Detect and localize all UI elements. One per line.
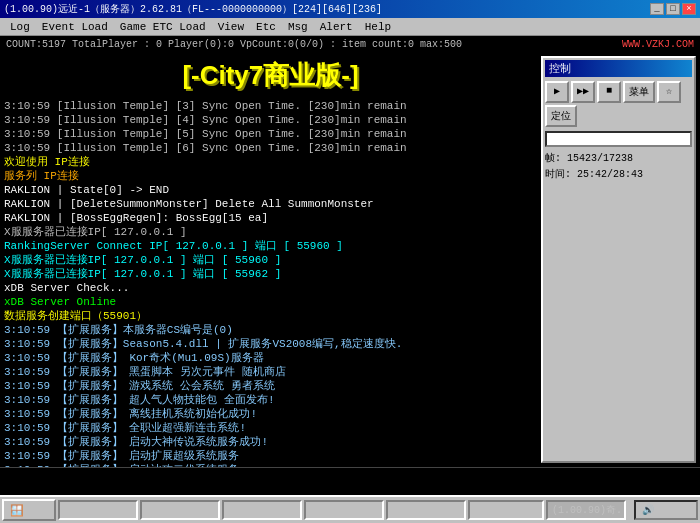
main-area: [-City7商业版-] 3:10:59 [Illusion Temple] [… <box>0 52 700 467</box>
log-panel: [-City7商业版-] 3:10:59 [Illusion Temple] [… <box>0 52 541 467</box>
log-line: RAKLION | [BossEggRegen]: BossEgg[15 ea] <box>4 211 537 225</box>
clock-time: 25:42 <box>660 505 690 516</box>
log-line: X服服务器已连接IP[ 127.0.0.1 ] 端口 [ 55960 ] <box>4 253 537 267</box>
log-line: 欢迎使用 IP连接 <box>4 155 537 169</box>
log-line: 3:10:59 【扩展服务】 Kor奇术(Mu1.09S)服务器 <box>4 351 537 365</box>
taskbar-item[interactable]: D:\MuOnline... <box>58 500 138 520</box>
log-line: 3:10:59 【扩展服务】 超人气人物技能包 全面发布! <box>4 393 537 407</box>
log-line: 3:10:59 【扩展服务】 黑蛋脚本 另次元事件 随机商店 <box>4 365 537 379</box>
log-line: 3:10:59 【扩展服务】本服务器CS编号是(0) <box>4 323 537 337</box>
control-panel: 控制 ▶ ▶▶ ■ 菜单 ☆ 定位 帧: 15423/17238 时间: 25:… <box>541 56 696 463</box>
ctrl-star[interactable]: ☆ <box>657 81 681 103</box>
log-line: 3:10:59 [Illusion Temple] [6] Sync Open … <box>4 141 537 155</box>
ctrl-ffwd[interactable]: ▶▶ <box>571 81 595 103</box>
ctrl-play[interactable]: ▶ <box>545 81 569 103</box>
control-footer: 帧: 15423/17238 时间: 25:42/28:43 <box>545 151 692 181</box>
log-line: 3:10:59 [Illusion Temple] [3] Sync Open … <box>4 99 537 113</box>
start-button[interactable]: 🪟 开始 <box>2 499 56 521</box>
time-value: 25:42/28:43 <box>577 169 643 180</box>
menu-alert[interactable]: Alert <box>314 20 359 34</box>
ctrl-locate[interactable]: 定位 <box>545 105 577 127</box>
time-label: 时间: <box>545 169 571 180</box>
status-text: COUNT:5197 TotalPlayer : 0 Player(0):0 V… <box>6 39 462 50</box>
control-time-row: 时间: 25:42/28:43 <box>545 167 692 181</box>
maximize-button[interactable]: □ <box>666 3 680 15</box>
log-line: RankingServer Connect IP[ 127.0.0.1 ] 端口… <box>4 239 537 253</box>
clock-icon: 🔊 <box>642 504 654 516</box>
bottom-section <box>0 467 700 495</box>
taskbar-item[interactable]: 奇迹Mu新数... <box>222 500 302 520</box>
log-line: X服服务器已连接IP[ 127.0.0.1 ] <box>4 225 537 239</box>
menu-etc[interactable]: Etc <box>250 20 282 34</box>
taskbar-items: D:\MuOnline...英雄说明 - ...奇迹Mu新数...Data Se… <box>58 500 632 520</box>
frame-value: 15423/17238 <box>567 153 633 164</box>
log-line: xDB Server Online <box>4 295 537 309</box>
start-label: 开始 <box>26 503 48 518</box>
status-bar: COUNT:5197 TotalPlayer : 0 Player(0):0 V… <box>0 36 700 52</box>
control-panel-title: 控制 <box>545 60 692 77</box>
menu-bar: Log Event Load Game ETC Load View Etc Ms… <box>0 18 700 36</box>
ctrl-menu[interactable]: 菜单 <box>623 81 655 103</box>
menu-log[interactable]: Log <box>4 20 36 34</box>
start-icon: 🪟 <box>10 504 24 517</box>
title-bar-buttons: _ □ × <box>650 3 696 15</box>
close-button[interactable]: × <box>682 3 696 15</box>
menu-view[interactable]: View <box>212 20 250 34</box>
log-line: 3:10:59 【扩展服务】 游戏系统 公会系统 勇者系统 <box>4 379 537 393</box>
log-line: xDB Server Check... <box>4 281 537 295</box>
title-bar: (1.00.90)远近-1（服务器）2.62.81（FL---000000000… <box>0 0 700 18</box>
log-line: 3:10:59 [Illusion Temple] [5] Sync Open … <box>4 127 537 141</box>
game-title: [-City7商业版-] <box>4 58 537 93</box>
control-buttons: ▶ ▶▶ ■ 菜单 ☆ 定位 <box>545 81 692 127</box>
title-text: (1.00.90)远近-1（服务器）2.62.81（FL---000000000… <box>4 2 382 16</box>
menu-event-load[interactable]: Event Load <box>36 20 114 34</box>
taskbar-item[interactable]: Data Server... <box>386 500 466 520</box>
frame-label: 帧: <box>545 153 561 164</box>
log-line: RAKLION | [DeleteSummonMonster] Delete A… <box>4 197 537 211</box>
control-frame-row: 帧: 15423/17238 <box>545 151 692 165</box>
log-line: 数据服务创建端口（55901） <box>4 309 537 323</box>
minimize-button[interactable]: _ <box>650 3 664 15</box>
menu-game-etc-load[interactable]: Game ETC Load <box>114 20 212 34</box>
log-line: 3:10:59 [Illusion Temple] [4] Sync Open … <box>4 113 537 127</box>
log-line: RAKLION | State[0] -> END <box>4 183 537 197</box>
log-line: 服务列 IP连接 <box>4 169 537 183</box>
taskbar-clock: 🔊 25:42 <box>634 500 698 520</box>
log-line: 3:10:59 【扩展服务】 启动大神传说系统服务成功! <box>4 435 537 449</box>
taskbar-item[interactable]: 英雄说明 - ... <box>140 500 220 520</box>
taskbar-item[interactable]: 烟花网站Q... <box>468 500 544 520</box>
log-line: 3:10:59 【扩展服务】 离线挂机系统初始化成功! <box>4 407 537 421</box>
control-input[interactable] <box>545 131 692 147</box>
taskbar-item[interactable]: (1.00.90)奇... <box>546 500 626 520</box>
log-line: 3:10:59 【扩展服务】 启动冰攻二代系统服务 <box>4 463 537 467</box>
ctrl-stop[interactable]: ■ <box>597 81 621 103</box>
log-line: X服服务器已连接IP[ 127.0.0.1 ] 端口 [ 55962 ] <box>4 267 537 281</box>
log-line: 3:10:59 【扩展服务】Season5.4.dll | 扩展服务VS2008… <box>4 337 537 351</box>
website-text: WWW.VZKJ.COM <box>622 39 694 50</box>
menu-msg[interactable]: Msg <box>282 20 314 34</box>
log-line: 3:10:59 【扩展服务】 启动扩展超级系统服务 <box>4 449 537 463</box>
log-lines: 3:10:59 [Illusion Temple] [3] Sync Open … <box>4 99 537 467</box>
log-line: 3:10:59 【扩展服务】 全职业超强新连击系统! <box>4 421 537 435</box>
taskbar: 🪟 开始 D:\MuOnline...英雄说明 - ...奇迹Mu新数...Da… <box>0 495 700 523</box>
taskbar-item[interactable]: Data Server... <box>304 500 384 520</box>
menu-help[interactable]: Help <box>359 20 397 34</box>
